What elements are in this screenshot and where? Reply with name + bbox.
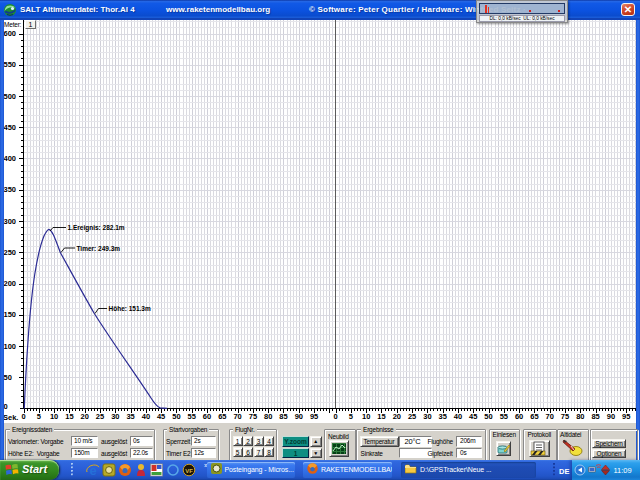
- svg-text:25: 25: [408, 412, 416, 421]
- svg-text:10: 10: [362, 412, 370, 421]
- svg-text:0: 0: [334, 412, 338, 421]
- svg-text:60: 60: [515, 412, 523, 421]
- svg-text:10: 10: [50, 412, 58, 421]
- svg-text:30: 30: [111, 412, 119, 421]
- svg-text:80: 80: [576, 412, 584, 421]
- svg-text:400: 400: [4, 154, 17, 163]
- svg-text:250: 250: [4, 248, 17, 257]
- svg-text:90: 90: [295, 412, 303, 421]
- svg-text:20: 20: [393, 412, 401, 421]
- svg-text:40: 40: [142, 412, 150, 421]
- svg-text:35: 35: [439, 412, 447, 421]
- svg-text:0: 0: [21, 412, 25, 421]
- svg-text:1.Ereignis: 282.1m: 1.Ereignis: 282.1m: [68, 224, 125, 232]
- svg-text:25: 25: [96, 412, 104, 421]
- svg-text:VF: VF: [185, 468, 193, 474]
- svg-text:15: 15: [65, 412, 73, 421]
- svg-text:50: 50: [172, 412, 180, 421]
- svg-text:60: 60: [203, 412, 211, 421]
- svg-text:150: 150: [4, 310, 17, 319]
- svg-text:55: 55: [188, 412, 196, 421]
- svg-text:600: 600: [4, 29, 17, 38]
- svg-text:5: 5: [37, 412, 41, 421]
- svg-text:Höhe: 151.3m: Höhe: 151.3m: [109, 305, 151, 312]
- svg-text:Sek.: Sek.: [3, 413, 18, 422]
- svg-text:90: 90: [607, 412, 615, 421]
- svg-text:95: 95: [622, 412, 630, 421]
- svg-text:200: 200: [4, 279, 17, 288]
- svg-text:45: 45: [469, 412, 477, 421]
- svg-text:50: 50: [4, 373, 12, 382]
- svg-text:70: 70: [233, 412, 241, 421]
- svg-text:450: 450: [4, 123, 17, 132]
- svg-text:75: 75: [561, 412, 569, 421]
- svg-text:500: 500: [4, 92, 17, 101]
- svg-text:300: 300: [4, 217, 17, 226]
- svg-text:80: 80: [264, 412, 272, 421]
- svg-text:15: 15: [377, 412, 385, 421]
- svg-text:65: 65: [218, 412, 226, 421]
- svg-text:85: 85: [591, 412, 599, 421]
- svg-text:40: 40: [454, 412, 462, 421]
- svg-text:0: 0: [4, 402, 8, 411]
- svg-text:550: 550: [4, 60, 17, 69]
- svg-text:55: 55: [500, 412, 508, 421]
- svg-text:70: 70: [546, 412, 554, 421]
- svg-text:Timer: 249.3m: Timer: 249.3m: [77, 245, 121, 252]
- svg-text:11:09: 11:09: [613, 466, 631, 475]
- svg-text:75: 75: [249, 412, 257, 421]
- svg-text:100: 100: [4, 342, 17, 351]
- svg-text:85: 85: [279, 412, 287, 421]
- svg-text:30: 30: [423, 412, 431, 421]
- svg-text:65: 65: [530, 412, 538, 421]
- svg-text:5: 5: [349, 412, 353, 421]
- svg-text:50: 50: [484, 412, 492, 421]
- svg-text:45: 45: [157, 412, 165, 421]
- svg-text:95: 95: [310, 412, 318, 421]
- svg-text:20: 20: [81, 412, 89, 421]
- svg-text:350: 350: [4, 185, 17, 194]
- svg-text:35: 35: [126, 412, 134, 421]
